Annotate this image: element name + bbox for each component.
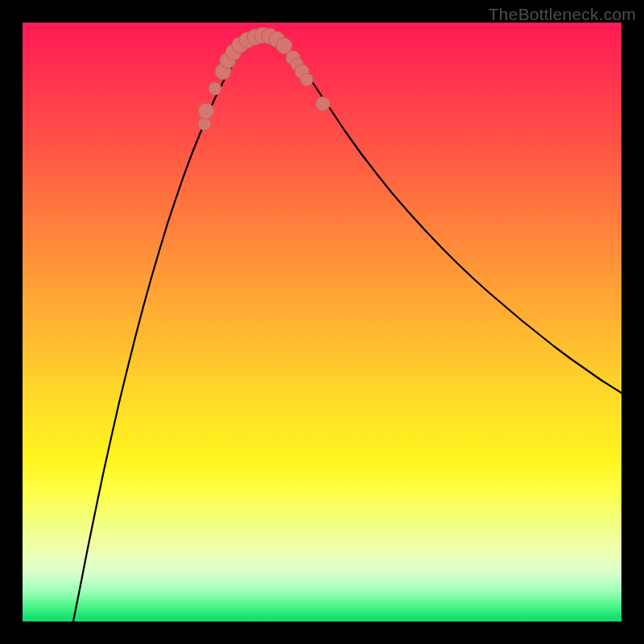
chart-svg bbox=[23, 23, 621, 621]
curve-marker bbox=[208, 82, 221, 95]
curve-marker bbox=[198, 118, 211, 130]
curve-marker bbox=[300, 73, 313, 86]
chart-frame: TheBottleneck.com bbox=[0, 0, 644, 644]
curve-marker bbox=[198, 103, 214, 119]
curve-markers bbox=[198, 27, 330, 130]
bottleneck-curve bbox=[73, 35, 621, 621]
curve-marker bbox=[316, 97, 330, 111]
watermark-text: TheBottleneck.com bbox=[489, 5, 636, 24]
